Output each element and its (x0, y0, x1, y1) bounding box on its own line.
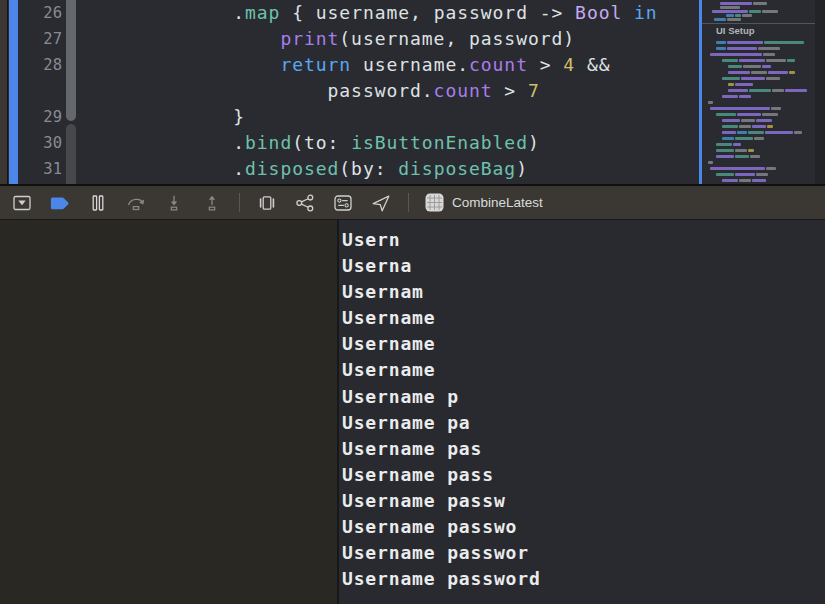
code-token: print (280, 28, 339, 49)
environment-overrides-button[interactable] (332, 192, 354, 214)
step-out-icon (201, 192, 223, 214)
minimap-bar (716, 173, 734, 176)
line-number[interactable]: 29 (20, 104, 62, 130)
app-icon[interactable] (425, 193, 444, 212)
minimap-row (716, 113, 778, 116)
minimap-row (716, 149, 754, 152)
step-over-button[interactable] (125, 192, 147, 214)
line-number[interactable]: 28 (20, 52, 62, 78)
minimap-bar (766, 77, 780, 80)
console-line: Usernam (342, 279, 825, 305)
minimap-bar (737, 131, 747, 134)
minimap-bar (722, 137, 734, 140)
minimap-bar (722, 59, 738, 62)
code-token: count (434, 80, 493, 101)
source-editor[interactable]: 262728293031 .map { username, password -… (0, 0, 825, 184)
minimap-bar (735, 155, 749, 158)
minimap-bar (716, 143, 732, 146)
minimap-bar (741, 119, 755, 122)
step-into-button[interactable] (163, 192, 185, 214)
minimap-bar (716, 155, 734, 158)
app-icon-glyph (425, 193, 444, 212)
code-line[interactable]: .bind(to: isButtonEnabled) (80, 130, 699, 156)
code-line[interactable]: return username.count > 4 && (80, 52, 699, 78)
breakpoints-toggle-button[interactable] (49, 192, 71, 214)
code-token: return (280, 54, 351, 75)
minimap-bar (748, 131, 764, 134)
line-number[interactable]: 30 (20, 130, 62, 156)
minimap-bar (722, 125, 738, 128)
code-line[interactable]: print(username, password) (80, 26, 699, 52)
code-lines[interactable]: .map { username, password -> Bool in pri… (80, 0, 699, 184)
line-number[interactable]: 26 (20, 0, 62, 26)
minimap-bar (758, 47, 780, 50)
minimap-bar (749, 89, 771, 92)
code-line[interactable]: .map { username, password -> Bool in (80, 0, 699, 26)
simulate-location-button[interactable] (370, 192, 392, 214)
console-line: Username pas (342, 436, 825, 462)
minimap-bar (766, 59, 786, 62)
minimap-bar (771, 107, 781, 110)
console-line: Username passwor (342, 540, 825, 566)
code-token: (to: (292, 132, 351, 153)
code-line[interactable]: .disposed(by: disposeBag) (80, 156, 699, 182)
view-hierarchy-icon (256, 192, 278, 214)
code-token: in (634, 2, 658, 23)
minimap-bar (735, 149, 747, 152)
minimap-bar (739, 179, 751, 182)
line-number[interactable] (20, 78, 62, 104)
console-line: Usern (342, 227, 825, 253)
minimap-bar (735, 137, 753, 140)
minimap-bar (785, 89, 807, 92)
minimap-bar (727, 18, 741, 21)
hide-debug-area-button[interactable] (11, 192, 33, 214)
minimap-bar (752, 179, 766, 182)
source-control-change-bar (9, 0, 18, 184)
toolbar-separator (408, 193, 409, 212)
console-line: Userna (342, 253, 825, 279)
editor-minimap[interactable]: UI Setup (702, 0, 815, 184)
minimap-bar (739, 95, 751, 98)
minimap-bar (728, 65, 742, 68)
toolbar-separator (239, 193, 240, 212)
minimap-bar (733, 143, 741, 146)
fold-ribbon-capsule[interactable] (66, 124, 76, 184)
line-number[interactable]: 31 (20, 156, 62, 182)
fold-ribbon-capsule[interactable] (66, 0, 76, 121)
minimap-bar (708, 161, 713, 164)
minimap-row (708, 161, 713, 164)
code-token: > (493, 80, 528, 101)
minimap-row (710, 167, 776, 170)
minimap-row (716, 173, 768, 176)
code-token: 4 (563, 54, 575, 75)
minimap-bar (716, 149, 734, 152)
pause-button[interactable] (87, 192, 109, 214)
code-token: { username, password -> (280, 2, 575, 23)
minimap-bar (739, 125, 751, 128)
line-number[interactable]: 27 (20, 26, 62, 52)
minimap-row (716, 155, 760, 158)
editor-scrollbar-track[interactable] (815, 0, 825, 184)
variables-view-pane[interactable] (0, 220, 337, 604)
minimap-row (708, 101, 713, 104)
minimap-row (712, 10, 778, 13)
code-fold-ribbon[interactable] (66, 0, 76, 184)
memory-graph-button[interactable] (294, 192, 316, 214)
view-hierarchy-button[interactable] (256, 192, 278, 214)
code-line[interactable]: password.count > 7 (80, 78, 699, 104)
breakpoint-icon (49, 192, 71, 214)
line-number-gutter[interactable]: 262728293031 (20, 0, 62, 182)
code-line[interactable]: } (80, 104, 699, 130)
minimap-bar (716, 41, 726, 44)
console-output[interactable]: UsernUsernaUsernamUsernameUsernameUserna… (339, 220, 825, 604)
minimap-bar (752, 125, 766, 128)
minimap-bar (768, 71, 788, 74)
minimap-row (722, 119, 772, 122)
minimap-row (722, 77, 780, 80)
minimap-bar (794, 131, 802, 134)
minimap-bar (720, 6, 740, 9)
minimap-bar (762, 113, 778, 116)
minimap-row (716, 143, 741, 146)
step-out-button[interactable] (201, 192, 223, 214)
minimap-mark-label: UI Setup (716, 25, 755, 36)
